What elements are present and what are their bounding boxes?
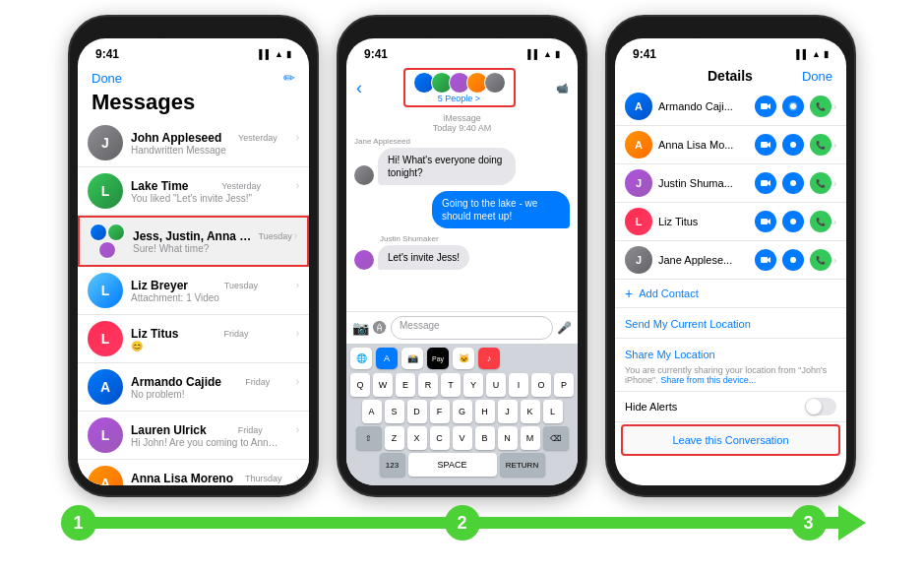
contact-actions-3: 📞 [755, 172, 832, 194]
share-device-link[interactable]: Share from this device... [660, 375, 756, 385]
key-p[interactable]: P [554, 373, 574, 397]
key-s[interactable]: S [385, 400, 404, 423]
hide-alerts-toggle[interactable] [805, 398, 836, 415]
key-m[interactable]: M [521, 426, 540, 450]
contact-row-1[interactable]: A Armando Caji... 📞 › [615, 88, 846, 126]
mic-icon[interactable]: 🎤 [557, 321, 572, 335]
list-item[interactable]: L Lauren Ulrick Friday › Hi John! Are yo… [78, 412, 309, 460]
key-l[interactable]: L [543, 400, 563, 423]
key-e[interactable]: E [396, 373, 415, 397]
video-call-button-1[interactable] [755, 96, 776, 117]
back-button[interactable]: ‹ [356, 78, 362, 98]
message-date: Tuesday [224, 281, 258, 290]
group-label[interactable]: 5 People > [438, 94, 480, 103]
key-t[interactable]: T [441, 373, 461, 397]
key-q[interactable]: Q [350, 373, 370, 397]
key-g[interactable]: G [453, 400, 472, 423]
call-button-1[interactable]: 📞 [810, 96, 832, 117]
contact-row-4[interactable]: L Liz Titus 📞 › [615, 203, 846, 241]
list-item-highlighted[interactable]: Jess, Justin, Anna Lisa... Tuesday › Sur… [78, 216, 309, 267]
chevron-icon: › [296, 424, 299, 435]
step-1-circle: 1 [61, 505, 96, 541]
key-u[interactable]: U [486, 373, 506, 397]
contact-name-1: Armando Caji... [658, 100, 755, 112]
list-item[interactable]: L Lake Time Yesterday › You liked "Let's… [78, 167, 309, 216]
chevron-icon-3: › [833, 178, 836, 189]
phone-screen-1: 9:41 ▌▌ ▲ ▮ Done ✏ Messages J [78, 38, 309, 485]
chevron-icon-1: › [833, 101, 836, 112]
video-call-button-5[interactable] [755, 249, 776, 271]
key-y[interactable]: Y [463, 373, 483, 397]
battery-icon: ▮ [555, 49, 560, 59]
key-z[interactable]: Z [385, 426, 404, 450]
compose-icon[interactable]: ✏ [283, 70, 295, 86]
memoji-button[interactable]: 🐱 [453, 348, 474, 369]
key-j[interactable]: J [498, 400, 518, 423]
call-button-5[interactable]: 📞 [810, 249, 832, 271]
call-button-3[interactable]: 📞 [810, 172, 832, 194]
avatar: L [88, 321, 123, 356]
message-button-4[interactable] [782, 211, 804, 232]
key-a[interactable]: A [362, 400, 382, 423]
send-location-section[interactable]: Send My Current Location [615, 308, 846, 339]
return-key[interactable]: return [500, 453, 545, 477]
message-button-1[interactable] [782, 96, 804, 117]
key-c[interactable]: C [430, 426, 450, 450]
applepay-button[interactable]: Pay [427, 348, 449, 369]
key-r[interactable]: R [418, 373, 438, 397]
status-icons-3: ▌▌ ▲ ▮ [796, 49, 829, 59]
details-done-button[interactable]: Done [802, 69, 832, 84]
chat-message-1: Hi! What's everyone doing tonight? [354, 148, 570, 185]
chat-bubble-1: Hi! What's everyone doing tonight? [378, 148, 516, 185]
leave-conversation-row[interactable]: Leave this Conversation [621, 424, 840, 456]
message-button-3[interactable] [782, 172, 804, 194]
time-3: 9:41 [633, 47, 656, 61]
video-call-button-4[interactable] [755, 211, 776, 232]
contact-row-5[interactable]: J Jane Applese... 📞 › [615, 241, 846, 280]
delete-key[interactable]: ⌫ [543, 426, 569, 450]
call-button-4[interactable]: 📞 [810, 211, 832, 232]
key-f[interactable]: F [430, 400, 450, 423]
done-button-1[interactable]: Done [92, 71, 122, 86]
key-o[interactable]: O [531, 373, 551, 397]
camera-icon[interactable]: 📷 [352, 320, 369, 336]
message-input[interactable]: Message [391, 316, 553, 340]
app-icon[interactable]: 🅐 [373, 320, 387, 336]
share-location-section[interactable]: Share My Location You are currently shar… [615, 339, 846, 392]
list-item[interactable]: L Liz Titus Friday › 😊 [78, 315, 309, 363]
contact-row-3[interactable]: J Justin Shuma... 📞 › [615, 164, 846, 203]
list-item[interactable]: A Armando Cajide Friday › No problem! [78, 363, 309, 412]
space-key[interactable]: space [408, 453, 497, 477]
message-button-5[interactable] [782, 249, 804, 271]
key-b[interactable]: B [475, 426, 495, 450]
num-key[interactable]: 123 [380, 453, 405, 477]
list-item[interactable]: J John Appleseed Yesterday › Handwritten… [78, 119, 309, 167]
messages-title: Messages [78, 88, 309, 119]
emoji-button[interactable]: 🌐 [350, 348, 372, 369]
add-contact-row[interactable]: + Add Contact [615, 280, 846, 308]
message-body: Liz Breyer Tuesday › Attachment: 1 Video [131, 279, 299, 303]
list-item[interactable]: L Liz Breyer Tuesday › Attachment: 1 Vid… [78, 267, 309, 315]
group-header-highlighted[interactable]: 5 People > [403, 68, 516, 107]
appstore-button[interactable]: A [376, 348, 398, 369]
shift-key[interactable]: ⇧ [356, 426, 382, 450]
key-v[interactable]: V [453, 426, 472, 450]
key-i[interactable]: I [509, 373, 528, 397]
contact-avatar-1: A [625, 93, 652, 120]
key-n[interactable]: N [498, 426, 518, 450]
camera-kb-button[interactable]: 📸 [401, 348, 423, 369]
key-w[interactable]: W [373, 373, 393, 397]
video-call-button-2[interactable] [755, 134, 776, 156]
message-button-2[interactable] [782, 134, 804, 156]
contact-row-2[interactable]: A Anna Lisa Mo... 📞 › [615, 126, 846, 164]
call-button-2[interactable]: 📞 [810, 134, 832, 156]
video-call-button-3[interactable] [755, 172, 776, 194]
key-k[interactable]: K [521, 400, 540, 423]
music-button[interactable]: ♪ [478, 348, 500, 369]
key-h[interactable]: H [475, 400, 495, 423]
list-item[interactable]: A Anna Lisa Moreno Thursday › Do you hav… [78, 460, 309, 485]
key-d[interactable]: D [407, 400, 427, 423]
key-x[interactable]: X [407, 426, 427, 450]
svg-marker-1 [768, 103, 770, 109]
video-icon[interactable]: 📹 [556, 83, 568, 94]
